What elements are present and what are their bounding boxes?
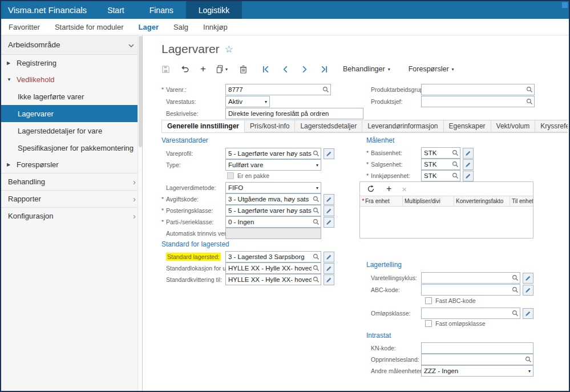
- sidebar-item-spesifikasjoner[interactable]: Spesifikasjoner for pakkemontering: [1, 139, 142, 156]
- tab-pris-kost-info[interactable]: Pris/kost-info: [244, 120, 295, 132]
- produktarbeidsgruppe-input[interactable]: [421, 84, 535, 95]
- magnifier-icon[interactable]: [525, 86, 533, 93]
- magnifier-icon[interactable]: [511, 310, 519, 317]
- abc-kode-edit-button[interactable]: [523, 285, 533, 296]
- tab-generelle-innstillinger[interactable]: Generelle innstillinger: [161, 120, 245, 132]
- caret-down-icon[interactable]: ▾: [264, 99, 268, 104]
- magnifier-icon[interactable]: [321, 86, 329, 93]
- add-record-button[interactable]: +: [198, 63, 208, 75]
- magnifier-icon[interactable]: [525, 98, 533, 105]
- tab-vekt-volum[interactable]: Vekt/volum: [491, 120, 536, 132]
- posteringsklasse-edit-button[interactable]: [324, 205, 334, 216]
- nav-item-lager[interactable]: Lager: [131, 23, 166, 31]
- sidebar-scrollbar[interactable]: [138, 35, 142, 391]
- magnifier-icon[interactable]: [451, 172, 459, 179]
- standard-lagersted-input[interactable]: 3 - Lagersted 3 Sarpsborg: [225, 251, 321, 262]
- previous-record-button[interactable]: [280, 63, 290, 75]
- sidebar-section-rapporter[interactable]: Rapporter ›: [1, 190, 142, 207]
- caret-down-icon[interactable]: ▾: [315, 185, 320, 191]
- save-button[interactable]: [160, 63, 171, 75]
- first-record-button[interactable]: [261, 63, 271, 75]
- favorite-star-icon[interactable]: ☆: [225, 43, 233, 55]
- magnifier-icon[interactable]: [312, 207, 320, 214]
- sidebar-item-ikke-lagerforte-varer[interactable]: Ikke lagerførte varer: [1, 88, 142, 105]
- grid-column-multipliser[interactable]: Multipliser/divi: [403, 196, 454, 206]
- undo-button[interactable]: [180, 63, 190, 75]
- foresporsler-menu[interactable]: Forespørsler ▾: [409, 65, 454, 73]
- delete-button[interactable]: [238, 63, 248, 75]
- beskrivelse-input[interactable]: Direkte levering foreslått på ordren: [225, 108, 363, 119]
- varetellingsyklus-input[interactable]: [421, 272, 520, 284]
- vareprofil-edit-button[interactable]: [324, 148, 334, 159]
- standardkvittering-input[interactable]: HYLLE XX - Hylle XX- hovedplasseri: [225, 274, 321, 285]
- magnifier-icon[interactable]: [511, 286, 519, 293]
- tab-kryssreferanse[interactable]: Kryssreferanse: [535, 120, 568, 132]
- sidebar-item-vedlikehold[interactable]: ▼ Vedlikehold: [1, 71, 142, 88]
- varestatus-select[interactable]: Aktiv ▾: [225, 96, 270, 107]
- omlopsklasse-edit-button[interactable]: [523, 308, 533, 319]
- innkjopsenhet-input[interactable]: STK: [421, 170, 460, 181]
- topbar-item-finans[interactable]: Finans: [137, 1, 186, 19]
- standard-lagersted-edit-button[interactable]: [324, 252, 334, 262]
- nav-item-favoritter[interactable]: Favoritter: [1, 23, 47, 31]
- caret-down-icon[interactable]: ▾: [315, 163, 320, 168]
- avgiftskode-input[interactable]: 3 - Utgående mva, høy sats: [225, 193, 321, 205]
- parti-serieklasse-input[interactable]: 0 - Ingen: [225, 216, 321, 228]
- grid-add-row-button[interactable]: +: [386, 184, 391, 193]
- grid-body-empty[interactable]: [360, 207, 533, 238]
- magnifier-icon[interactable]: [511, 274, 519, 281]
- sidebar-section-behandling[interactable]: Behandling ›: [1, 173, 142, 190]
- sidebar-header-arbeidsomrade[interactable]: Arbeidsområde: [1, 35, 142, 55]
- grid-delete-row-button[interactable]: ×: [402, 185, 407, 193]
- andre-maleenheter-select[interactable]: ZZZ - Ingen ▾: [421, 365, 533, 377]
- varetellingsyklus-edit-button[interactable]: [523, 273, 533, 284]
- salgsenhet-edit-button[interactable]: [463, 159, 474, 170]
- produktsjef-input[interactable]: [421, 96, 535, 107]
- topbar-item-start[interactable]: Start: [95, 1, 137, 19]
- kn-kode-input[interactable]: [421, 342, 533, 354]
- tab-lagerstedsdetaljer[interactable]: Lagerstedsdetaljer: [294, 120, 362, 132]
- salgsenhet-input[interactable]: STK: [421, 159, 460, 170]
- standardlokasjon-input[interactable]: HYLLE XX - Hylle XX- hovedplasseri: [225, 262, 321, 274]
- topbar-item-logistikk[interactable]: Logistikk: [186, 1, 242, 19]
- type-select[interactable]: Fullført vare ▾: [225, 159, 321, 171]
- basisenhet-input[interactable]: STK: [421, 147, 460, 159]
- magnifier-icon[interactable]: [524, 356, 532, 363]
- innkjopsenhet-edit-button[interactable]: [463, 171, 474, 181]
- avgiftskode-edit-button[interactable]: [324, 194, 334, 205]
- standardlokasjon-edit-button[interactable]: [324, 263, 334, 274]
- abc-kode-input[interactable]: [421, 284, 520, 296]
- fast-abc-checkbox[interactable]: [425, 297, 432, 304]
- grid-column-til-enhet[interactable]: Til enhet: [510, 196, 533, 206]
- behandlinger-menu[interactable]: Behandlinger ▾: [343, 65, 390, 73]
- sidebar-item-registrering[interactable]: ▶ Registrering: [1, 55, 142, 71]
- varenr-input[interactable]: 8777: [225, 84, 331, 95]
- fast-omlop-checkbox[interactable]: [425, 320, 432, 327]
- grid-column-fra-enhet[interactable]: *Fra enhet: [360, 196, 403, 206]
- grid-column-konverteringsfaktor[interactable]: Konverteringsfakto: [454, 196, 510, 206]
- magnifier-icon[interactable]: [312, 196, 320, 203]
- magnifier-icon[interactable]: [312, 276, 320, 283]
- omlopsklasse-input[interactable]: [421, 308, 520, 319]
- last-record-button[interactable]: [319, 63, 329, 75]
- grid-refresh-button[interactable]: [366, 183, 376, 195]
- magnifier-icon[interactable]: [312, 150, 320, 157]
- next-record-button[interactable]: [300, 63, 310, 75]
- magnifier-icon[interactable]: [312, 219, 320, 225]
- sidebar-section-konfigurasjon[interactable]: Konfigurasjon ›: [1, 207, 142, 224]
- tab-leverandorinformasjon[interactable]: Leverandørinformasjon: [362, 120, 443, 132]
- parti-serieklasse-edit-button[interactable]: [324, 217, 334, 228]
- magnifier-icon[interactable]: [451, 161, 459, 168]
- copy-paste-button[interactable]: ▾: [216, 63, 228, 75]
- tab-egenskaper[interactable]: Egenskaper: [443, 120, 491, 132]
- vareprofil-input[interactable]: 5 - Lagerførte varer høy sats: [225, 148, 321, 159]
- lagerverdimetode-select[interactable]: FIFO ▾: [225, 182, 321, 193]
- sidebar-item-lagersteddetaljer[interactable]: Lagersteddetaljer for vare: [1, 122, 142, 139]
- sidebar-item-foresporsler[interactable]: ▶ Forespørsler: [1, 156, 142, 173]
- sidebar-item-lagervarer[interactable]: Lagervarer: [1, 105, 142, 122]
- nav-item-innkjop[interactable]: Innkjøp: [196, 23, 235, 31]
- nav-item-startside[interactable]: Startside for moduler: [47, 23, 131, 31]
- basisenhet-edit-button[interactable]: [463, 148, 474, 159]
- magnifier-icon[interactable]: [451, 149, 459, 156]
- magnifier-icon[interactable]: [312, 265, 320, 272]
